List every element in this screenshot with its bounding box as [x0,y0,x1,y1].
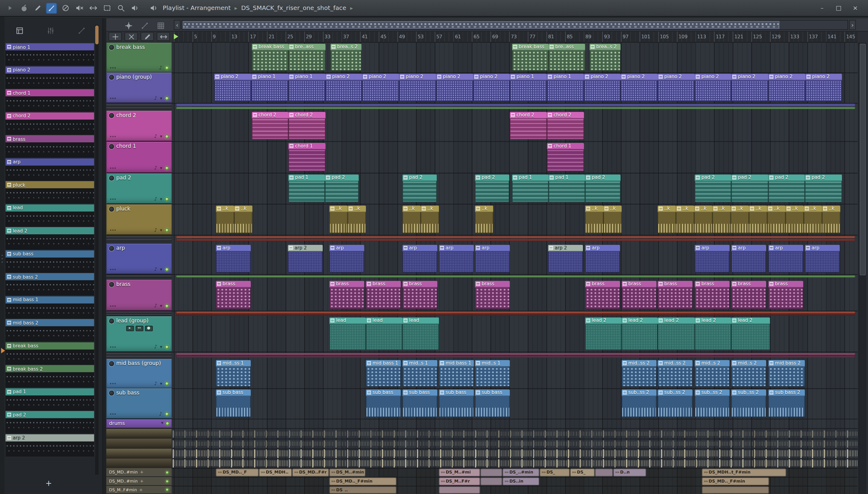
track-header-mid-bass-group[interactable]: mid bass (group)♪▾ [106,359,172,388]
track-header-chord-2[interactable]: chord 2♪▾ [106,111,172,141]
clip-chord-1[interactable]: chord 1 [547,143,584,171]
clip-chord-2[interactable]: chord 2 [510,112,547,140]
clip-brea-s-2[interactable]: brea..s 2 [331,44,362,71]
audio-clip-ds-m-mi[interactable]: »»DS_M..#mi [439,469,480,476]
clip-sub-bass[interactable]: sub bass [216,390,251,417]
clip-k[interactable]: ..k [822,205,841,233]
clip-pad-1[interactable]: pad 1 [512,175,549,202]
audio-clip-segment[interactable] [595,469,613,476]
clip-sub-ss-2[interactable]: sub..ss 2 [622,390,657,417]
clip-pad-2[interactable]: pad 2 [805,175,842,202]
track-header-chord-1[interactable]: chord 1♪▾ [106,142,172,173]
track-header-break-bass[interactable]: break bass♪ [106,42,172,72]
clip-arp[interactable]: arp [216,245,251,273]
track-header-ds-md-min[interactable]: DS_MD..#min+ [106,468,172,477]
audio-track-header[interactable] [106,429,172,439]
clip-piano-2[interactable]: piano 2 [805,74,842,101]
add-content-icon[interactable]: + [140,479,143,484]
track-grip[interactable] [110,413,116,415]
track-grip[interactable] [110,136,116,137]
track-mute-led[interactable] [165,96,169,100]
clip-brass[interactable]: brass [768,281,803,309]
clip-brass[interactable]: brass [731,281,766,309]
clip-k[interactable]: ..k [475,205,493,233]
picker-item-piano-2[interactable]: piano 2 [5,66,94,88]
clip-piano-2[interactable]: piano 2 [695,74,731,101]
automation-strip[interactable] [176,236,855,238]
clip-bre-ass[interactable]: bre..ass [289,44,326,71]
track-grip[interactable] [110,167,116,169]
clip-lead-2[interactable]: lead 2 [695,317,731,350]
close-button[interactable]: × [851,4,859,12]
draw-tool-icon[interactable] [32,2,43,14]
track-mute-led[interactable] [165,304,169,308]
audio-clip-segment[interactable] [480,469,502,476]
clip-mid-ss-2[interactable]: mid..ss 2 [622,360,657,387]
clip-brass[interactable]: brass [695,281,730,309]
clip-pad-2[interactable]: pad 2 [402,175,437,202]
clip-sub-bass-2[interactable]: sub bass 2 [768,390,805,417]
picker-item-chord-1[interactable]: chord 1 [5,89,94,111]
picker-item-arp[interactable]: arp [5,158,94,180]
playlist-vscrollbar[interactable] [859,42,867,494]
clip-brass[interactable]: brass [216,281,251,309]
track-grip[interactable] [110,67,116,69]
clip-break-bass[interactable]: break bass [252,44,289,71]
track-arm-icon[interactable]: ▸ [126,326,134,331]
playlist-minimap[interactable] [181,20,848,30]
audio-clip-segment[interactable] [480,477,502,485]
audio-clip-ds[interactable]: »»DS_ [540,469,570,476]
picker-item-sub-bass[interactable]: sub bass [5,250,94,272]
clip-lead-2[interactable]: lead 2 [585,317,622,350]
track-header-pluck[interactable]: pluck♪▾ [106,205,172,235]
track-menu-caret-icon[interactable]: ▾ [160,96,162,101]
clip-brass[interactable]: brass [402,281,437,309]
track-note-icon[interactable]: ♪ [154,381,157,386]
clip-k[interactable]: ..k [731,205,749,233]
track-header-drums[interactable]: drums▾ [106,419,172,428]
add-content-icon[interactable]: + [140,470,143,475]
track-header-arp[interactable]: arp♪▾ [106,244,172,274]
minimap-viewport[interactable] [183,21,780,29]
track-note-icon[interactable]: ♪ [154,134,157,139]
track-note-icon[interactable]: ♪ [159,65,162,71]
audio-waveform-lane[interactable] [173,459,857,468]
clip-mid-ss-1[interactable]: mid..ss 1 [216,360,251,387]
automation-strip[interactable] [176,276,855,278]
audio-clip-segment[interactable] [439,487,480,494]
clip-mid-s-1[interactable]: mid..s 1 [402,360,437,387]
track-mute-led[interactable] [165,267,169,271]
audio-waveform-lane[interactable] [173,429,857,439]
audio-waveform-lane[interactable] [173,439,857,449]
clip-k[interactable]: ..k [330,205,348,233]
clip-piano-2[interactable]: piano 2 [584,74,620,101]
clip-lead[interactable]: lead [366,317,402,350]
track-header-ds-m-f-min[interactable]: DS_M..F#min+ [106,486,172,494]
picker-item-pad-1[interactable]: pad 1 [5,388,94,410]
clip-sub-ss-2[interactable]: sub..ss 2 [731,390,766,417]
track-record-icon[interactable]: ● [145,326,153,331]
minimize-button[interactable]: – [818,4,826,12]
panel-divider[interactable] [103,18,106,494]
clip-k[interactable]: ..k [694,205,712,233]
picker-scrollbar[interactable] [95,25,99,475]
cut-button[interactable] [124,32,138,41]
automation-strip[interactable] [176,239,855,241]
track-grip[interactable] [110,383,116,384]
clip-k[interactable]: ..k [402,205,421,233]
clip-lead[interactable]: lead [330,317,366,350]
track-io-icon[interactable]: ↔ [135,326,143,331]
clip-pad-2[interactable]: pad 2 [768,175,805,202]
picker-item-break-bass[interactable]: break bass [5,342,94,364]
track-header-sub-bass[interactable]: sub bass♪ [106,388,172,419]
clip-arp[interactable]: arp [695,245,730,273]
maximize-button[interactable]: □ [835,4,843,12]
clip-pad-2[interactable]: pad 2 [731,175,768,202]
select-tool-icon[interactable] [101,2,113,14]
track-grip[interactable] [110,97,116,99]
track-note-icon[interactable]: ♪ [154,166,157,171]
clip-piano-2[interactable]: piano 2 [658,74,695,101]
clip-k[interactable]: ..k [785,205,804,233]
clip-arp[interactable]: arp [805,245,840,273]
automation-strip[interactable] [176,311,855,314]
